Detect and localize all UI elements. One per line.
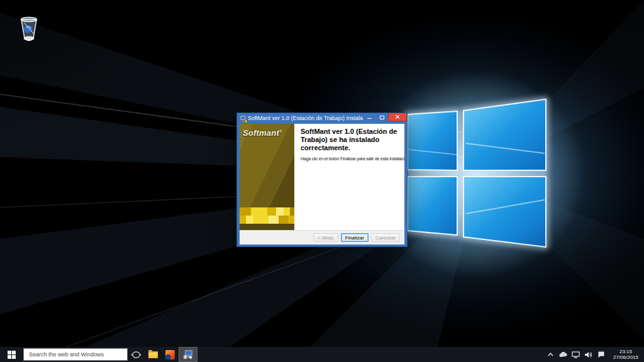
titlebar[interactable]: SoftMant ver 1.0 (Estación de Trabajo) I… <box>237 113 407 124</box>
softmant-logo: Softmant® <box>243 128 282 138</box>
search-input[interactable] <box>23 348 128 361</box>
task-view-icon[interactable] <box>128 347 145 362</box>
system-tray: 23:15 27/06/2015 <box>547 349 644 360</box>
folder-icon <box>148 351 158 358</box>
onedrive-cloud-icon[interactable] <box>559 349 568 359</box>
close-icon[interactable] <box>388 113 407 121</box>
network-icon[interactable] <box>572 349 580 359</box>
cancel-button[interactable]: Cancelar <box>371 233 400 242</box>
clock[interactable]: 23:15 27/06/2015 <box>609 349 642 360</box>
mosaic-decoration <box>240 207 294 224</box>
windows-flag-icon <box>8 351 16 359</box>
maximize-icon[interactable] <box>375 113 388 121</box>
app-icon[interactable] <box>162 347 179 362</box>
back-button[interactable]: < Atrás <box>313 233 338 242</box>
window-title: SoftMant ver 1.0 (Estación de Trabajo) I… <box>248 113 363 124</box>
installer-text-area: SoftMant ver 1.0 (Estación de Trabajo) s… <box>294 124 404 230</box>
installer-footer: < Atrás Finalizar Cancelar <box>240 230 404 244</box>
install-complete-heading: SoftMant ver 1.0 (Estación de Trabajo) s… <box>301 128 404 152</box>
file-explorer-icon[interactable] <box>145 347 162 362</box>
recycle-bin-icon[interactable] <box>16 11 42 44</box>
installer-content: Softmant® SoftMant ver 1.0 (E <box>240 124 404 230</box>
desktop: SoftMant ver 1.0 (Estación de Trabajo) I… <box>0 0 644 362</box>
installer-branding-panel: Softmant® <box>240 124 294 230</box>
installer-window-icon <box>240 114 248 123</box>
installer-taskbar-icon[interactable] <box>179 347 197 362</box>
taskbar: 23:15 27/06/2015 <box>0 347 644 362</box>
volume-icon[interactable] <box>584 349 593 359</box>
clock-date: 27/06/2015 <box>613 354 638 360</box>
mosaic-dark-band <box>240 224 294 230</box>
install-instructions: Haga clic en el botón Finalizar para sal… <box>301 156 404 161</box>
start-button[interactable] <box>0 347 23 362</box>
clock-time: 23:15 <box>619 349 632 354</box>
chevron-up-icon[interactable] <box>547 349 555 359</box>
action-center-icon[interactable] <box>597 349 606 359</box>
minimize-icon[interactable] <box>363 113 375 121</box>
finish-button[interactable]: Finalizar <box>341 233 369 242</box>
installer-window: SoftMant ver 1.0 (Estación de Trabajo) I… <box>236 112 408 247</box>
